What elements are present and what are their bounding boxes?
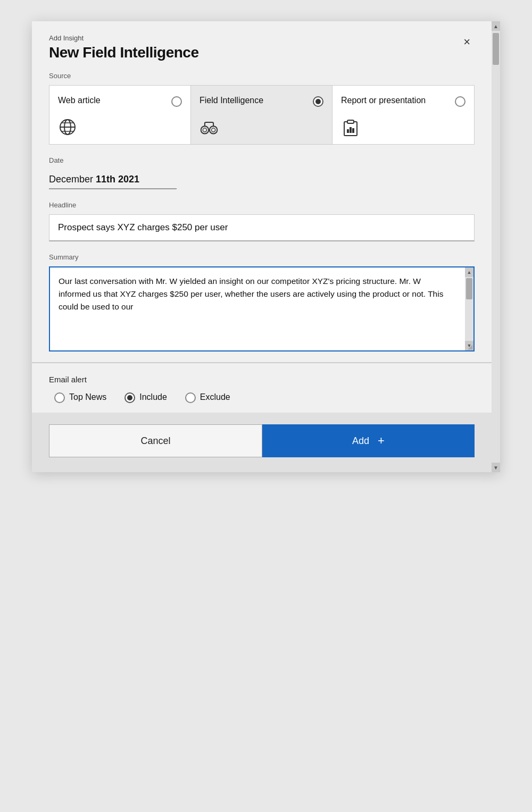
modal-header-text: Add Insight New Field Intelligence [49,34,199,61]
radio-exclude[interactable] [185,392,196,403]
headline-value: Prospect says XYZ charges $250 per user [58,222,228,232]
summary-textarea[interactable]: Our last conversation with Mr. W yielded… [49,266,475,351]
scroll-down-btn[interactable]: ▼ [492,463,500,472]
headline-section: Headline Prospect says XYZ charges $250 … [49,201,475,241]
summary-section: Summary Our last conversation with Mr. W… [49,253,475,351]
date-bold: 11th 2021 [96,174,139,185]
date-value: December 11th 2021 [49,174,139,185]
date-prefix: December [49,174,96,185]
footer-section: Cancel Add + [32,413,492,472]
email-alert-exclude[interactable]: Exclude [180,391,230,403]
scroll-up-btn[interactable]: ▲ [492,21,500,31]
add-button[interactable]: Add + [262,424,475,457]
source-option-field-intelligence[interactable]: Field Intelligence [191,86,332,144]
source-option-report-presentation[interactable]: Report or presentation [332,86,474,144]
source-option-field-intelligence-label: Field Intelligence [200,95,307,106]
date-input[interactable]: December 11th 2021 [49,170,177,189]
summary-scrollbar[interactable]: ▲ ▼ [465,267,473,350]
main-scrollbar[interactable]: ▲ ▼ [492,21,500,472]
modal-header: Add Insight New Field Intelligence × [49,34,475,61]
add-button-label: Add [352,436,369,447]
svg-point-8 [212,128,215,132]
add-insight-label: Add Insight [49,34,199,42]
source-label: Source [49,72,475,80]
summary-scroll-thumb [466,278,472,299]
binoculars-icon [200,118,323,137]
svg-rect-11 [347,120,354,123]
modal-main-content: Add Insight New Field Intelligence × Sou… [32,21,492,362]
svg-point-7 [210,126,217,133]
summary-scroll-up[interactable]: ▲ [465,267,473,277]
email-alert-top-news[interactable]: Top News [49,391,106,403]
email-alert-label: Email alert [49,375,475,384]
source-radio-field-intelligence[interactable] [313,96,323,107]
modal: ▲ ▼ Add Insight New Field Intelligence ×… [32,21,500,472]
date-label: Date [49,156,475,164]
resize-handle[interactable]: ◢ [466,343,473,350]
source-options-grid: Web article Field Intelligence [49,85,475,145]
svg-rect-13 [350,127,352,133]
scroll-thumb [493,33,499,65]
source-option-report-label: Report or presentation [341,95,450,106]
radio-top-news[interactable] [54,392,65,403]
source-radio-web-article[interactable] [171,96,182,107]
radio-include-label: Include [139,392,167,402]
email-alert-include[interactable]: Include [119,391,167,403]
radio-exclude-label: Exclude [200,392,230,402]
source-option-web-article[interactable]: Web article [49,86,191,144]
radio-top-news-label: Top News [69,392,106,402]
globe-icon [58,118,182,137]
date-section: Date December 11th 2021 [49,156,475,189]
email-alert-radio-group: Top News Include Exclude [49,391,475,403]
source-radio-report[interactable] [455,96,466,107]
email-alert-section: Email alert Top News Include Exclude [32,363,492,413]
headline-label: Headline [49,201,475,209]
headline-input[interactable]: Prospect says XYZ charges $250 per user [49,214,475,241]
source-option-web-article-label: Web article [58,95,166,106]
modal-title: New Field Intelligence [49,44,199,61]
radio-include[interactable] [124,392,135,403]
add-button-plus: + [378,434,385,448]
svg-rect-12 [347,129,349,133]
summary-value: Our last conversation with Mr. W yielded… [59,277,443,311]
svg-rect-14 [352,128,354,133]
clipboard-icon [341,118,466,137]
svg-point-6 [203,128,206,132]
svg-point-5 [201,126,209,133]
close-button[interactable]: × [459,34,475,50]
cancel-button[interactable]: Cancel [49,424,262,457]
summary-label: Summary [49,253,475,261]
